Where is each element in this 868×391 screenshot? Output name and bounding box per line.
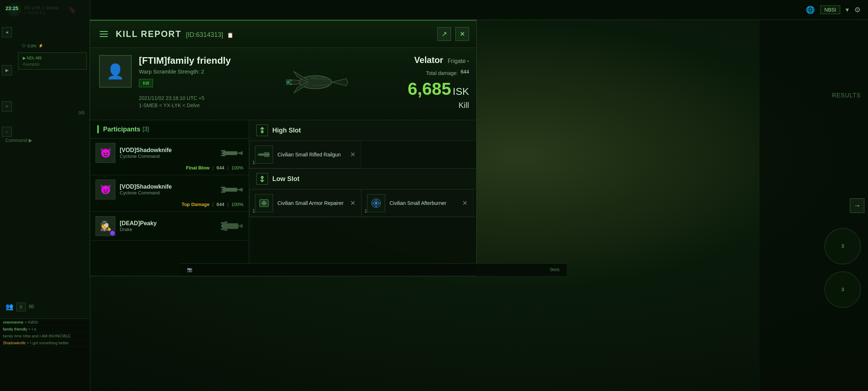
item-close-button[interactable]: ✕	[350, 151, 356, 159]
people-icon[interactable]: 👥	[5, 303, 13, 311]
hamburger-icon	[100, 31, 108, 32]
right-panel: RESULTS 3 3 →	[760, 20, 868, 391]
railgun-icon-svg	[257, 147, 271, 162]
kill-report-title: KILL REPORT [ID:6314313] 📋	[116, 29, 233, 39]
damage-stat: 644	[217, 165, 225, 171]
svg-point-3	[290, 83, 292, 85]
kill-report-dialog: KILL REPORT [ID:6314313] 📋 ↗ ✕ 👤 [FTIM]f…	[90, 20, 477, 276]
svg-marker-12	[237, 188, 243, 192]
progress-area: 🛡 0.0% ⚡	[22, 43, 43, 48]
mail-icon[interactable]: ✉	[29, 303, 34, 311]
item-icon	[367, 194, 385, 212]
camera-icon[interactable]: 📷	[187, 267, 192, 272]
participant-avatar: 😈	[95, 143, 115, 163]
item-name: Civilian Small Armor Repairer	[277, 200, 346, 206]
nav-btn[interactable]: ▶	[2, 65, 12, 75]
participant-ship: Drake	[120, 227, 214, 232]
chat-line: Shadowknife > I got something better	[0, 340, 90, 346]
top-right-bar: 🌐 NBSI ▾ ⚙	[760, 0, 868, 20]
plus-btn[interactable]: +	[2, 101, 12, 112]
kill-info-section: 👤 [FTIM]family friendly Warp Scramble St…	[90, 48, 476, 120]
shield-small-icon: 🛡	[22, 44, 26, 48]
slot-items: 1 C	[249, 141, 476, 168]
participant-avatar: 😈	[95, 180, 115, 199]
kill-type: Kill	[408, 101, 469, 110]
nbsi-badge[interactable]: NBSI	[820, 5, 840, 14]
minimap-circle: 3	[825, 228, 861, 264]
nav-jumps: 4 jump(s)	[23, 62, 82, 66]
participants-title: Participants	[103, 126, 140, 133]
minimap-circle-2: 3	[825, 272, 861, 308]
filter-icon[interactable]: ⚙	[854, 5, 861, 14]
copy-icon[interactable]: 📋	[227, 32, 233, 38]
pct-stat: 100%	[231, 165, 243, 171]
slot-item: 1	[361, 189, 473, 217]
svg-point-28	[268, 154, 269, 155]
ship-icon	[218, 181, 243, 199]
ship-info-right: Velator Frigate • Total damage: 644 6,68…	[408, 55, 469, 110]
dialog-bottom-bar: 📷 0m/s	[180, 263, 567, 276]
cyclone-svg	[219, 145, 243, 161]
damage-value: 644	[461, 69, 469, 75]
svg-rect-14	[221, 192, 225, 193]
svg-rect-25	[264, 152, 269, 153]
participant-name: [VOD]Shadowknife	[120, 147, 214, 154]
progress-label: 0.0%	[27, 44, 37, 48]
game-time: 23:25	[5, 5, 18, 11]
ship-name: Velator	[414, 55, 443, 65]
victim-avatar: 👤	[99, 55, 132, 88]
participant-entry: 🕵️ [DEAD]Peaky Drake	[90, 212, 249, 241]
minus-btn[interactable]: −	[2, 127, 12, 137]
slot-icon	[256, 173, 268, 185]
slot-item: 1 C	[249, 141, 361, 168]
collapse-btn[interactable]: ◄	[2, 27, 12, 37]
header-actions: ↗ ✕	[437, 27, 469, 41]
chat-name: family friendly	[3, 327, 27, 331]
low-slot-title: Low Slot	[272, 175, 299, 183]
participant-stats: Final Blow | 644 | 100%	[95, 165, 243, 171]
participant-ship: Cyclone Command	[120, 154, 214, 159]
fleet-count: 0/5	[78, 110, 85, 115]
svg-point-22	[221, 225, 223, 227]
high-slot-title: High Slot	[272, 127, 301, 134]
svg-rect-16	[222, 223, 238, 229]
chat-text: family time tribe and I AM INVINCIBLE	[3, 334, 71, 338]
command-label[interactable]: Command ▶	[5, 138, 32, 143]
results-label: RESULTS	[832, 92, 861, 99]
chevron-down-icon[interactable]: ▾	[846, 6, 849, 14]
svg-point-34	[375, 202, 377, 204]
svg-rect-26	[264, 156, 269, 157]
menu-button[interactable]	[97, 28, 110, 41]
nav-icon: ▶ NDL-M9	[23, 56, 82, 60]
svg-rect-11	[223, 188, 237, 192]
chat-line: family time tribe and I AM INVINCIBLE	[0, 333, 90, 340]
chat-text: > I a	[28, 327, 36, 331]
item-qty: 1	[252, 160, 255, 165]
low-slot-icon	[259, 175, 266, 182]
slots-panel: High Slot 1	[249, 120, 476, 276]
ship-svg	[276, 55, 355, 113]
isk-label: ISK	[453, 86, 469, 97]
svg-rect-27	[258, 154, 260, 155]
participant-name: [VOD]Shadowknife	[120, 184, 214, 190]
item-close-button[interactable]: ✕	[350, 199, 356, 207]
item-close-button[interactable]: ✕	[462, 199, 468, 207]
afterburner-icon-svg	[369, 196, 383, 210]
participants-panel: Participants [3] 😈 [VOD]Shadowknife Cycl…	[90, 120, 249, 276]
pct-stat: 100%	[231, 202, 243, 207]
armor-rep-icon-svg	[257, 196, 271, 210]
external-link-button[interactable]: ↗	[437, 27, 451, 41]
ship-icon	[218, 144, 243, 162]
right-arrow-button[interactable]: →	[850, 198, 864, 213]
participants-header: Participants [3]	[90, 120, 249, 139]
close-button[interactable]: ✕	[455, 27, 469, 41]
slot-header: High Slot	[249, 120, 476, 141]
cyclone-svg-2	[219, 181, 243, 198]
high-slot-icon	[259, 127, 266, 134]
nav-destination: NDL-M9	[27, 56, 42, 60]
svg-point-1	[287, 81, 290, 84]
item-name: Civilian Small Afterburner	[390, 200, 458, 206]
svg-marker-7	[237, 151, 243, 155]
navigation-panel: ▶ NDL-M9 4 jump(s)	[18, 52, 87, 70]
kill-tag: Kill	[139, 79, 153, 87]
